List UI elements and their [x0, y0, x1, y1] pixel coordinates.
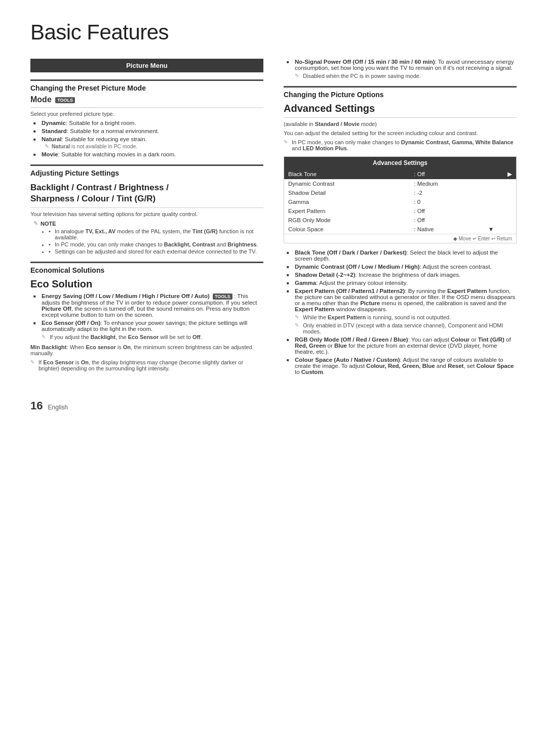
advanced-settings-title: Advanced Settings — [284, 103, 517, 114]
adv-row-gamma: Gamma : 0 — [284, 197, 516, 206]
adv-row-expert-pattern: Expert Pattern : Off — [284, 206, 516, 216]
adv-label-gamma: Gamma — [284, 197, 410, 206]
adv-value-shadow-detail: : -2 — [410, 188, 484, 197]
picture-menu-header: Picture Menu — [30, 59, 263, 72]
adv-bullet-shadow-detail: Shadow Detail (-2~+2): Increase the brig… — [287, 272, 517, 278]
min-backlight-text: Min Backlight: When Eco sensor is On, th… — [30, 344, 263, 356]
adv-label-dynamic-contrast: Dynamic Contrast — [284, 179, 410, 188]
adv-bullet-colour-space: Colour Space (Auto / Native / Custom): A… — [287, 357, 517, 375]
mode-item-dynamic: Dynamic: Suitable for a bright room. — [33, 120, 263, 126]
right-column: No-Signal Power Off (Off / 15 min / 30 m… — [284, 59, 517, 379]
note-block: NOTE In analogue TV, Ext., AV modes of t… — [33, 220, 263, 255]
note-item-2: In PC mode, you can only make changes to… — [49, 241, 263, 247]
adv-label-rgb-only: RGB Only Mode — [284, 216, 410, 225]
tools-badge: TOOLS — [55, 97, 75, 103]
section-adjusting: Adjusting Picture Settings — [30, 164, 263, 177]
adv-row-shadow-detail: Shadow Detail : -2 — [284, 188, 516, 197]
adv-bullet-expert-pattern: Expert Pattern (Off / Pattern1 / Pattern… — [287, 288, 517, 334]
mode-list: Dynamic: Suitable for a bright room. Sta… — [30, 120, 263, 157]
section-changing-preset: Changing the Preset Picture Mode — [30, 79, 263, 92]
adv-bullet-rgb-only: RGB Only Mode (Off / Red / Green / Blue)… — [287, 337, 517, 355]
tools-badge-eco: TOOLS — [213, 293, 232, 300]
no-signal-list: No-Signal Power Off (Off / 15 min / 30 m… — [284, 59, 517, 79]
page-number-block: 16 English — [30, 399, 517, 412]
left-column: Picture Menu Changing the Preset Picture… — [30, 59, 263, 379]
section-economical: Economical Solutions — [30, 262, 263, 274]
eco-list: Energy Saving (Off / Low / Medium / High… — [30, 293, 263, 340]
expert-pattern-note-1: While the Expert Pattern is running, sou… — [295, 314, 517, 320]
backlight-title: Backlight / Contrast / Brightness /Sharp… — [30, 182, 263, 204]
adv-footer: ◆ Move ↵ Enter ↩ Return — [284, 234, 516, 243]
adv-bullet-black-tone: Black Tone (Off / Dark / Darker / Darkes… — [287, 249, 517, 262]
adv-label-colour-space: Colour Space — [284, 225, 410, 234]
adv-value-rgb-only: : Off — [410, 216, 484, 225]
advanced-desc: You can adjust the detailed setting for … — [284, 130, 517, 136]
expert-pattern-note-2: Only enabled in DTV (except with a data … — [295, 322, 517, 334]
eco-item-sensor: Eco Sensor (Off / On): To enhance your p… — [33, 320, 263, 340]
advanced-settings-table: Black Tone : Off ▶ Dynamic Contrast : Me… — [284, 169, 516, 234]
no-signal-item: No-Signal Power Off (Off / 15 min / 30 m… — [287, 59, 517, 79]
mode-description: Select your preferred picture type. — [30, 111, 263, 117]
adv-value-dynamic-contrast: : Medium — [410, 179, 484, 188]
section-picture-options: Changing the Picture Options — [284, 86, 517, 99]
mode-item-movie: Movie: Suitable for watching movies in a… — [33, 151, 263, 157]
backlight-desc: Your television has several setting opti… — [30, 211, 263, 217]
adv-value-expert-pattern: : Off — [410, 206, 484, 216]
adv-label-shadow-detail: Shadow Detail — [284, 188, 410, 197]
mode-item-natural: Natural: Suitable for reducing eye strai… — [33, 136, 263, 149]
eco-on-note: If Eco Sensor is On, the display brightn… — [30, 359, 263, 371]
eco-sensor-note: If you adjust the Backlight, the Eco Sen… — [42, 334, 263, 340]
page-number: 16 — [30, 399, 43, 412]
adv-label-expert-pattern: Expert Pattern — [284, 206, 410, 216]
adv-value-black-tone: : Off — [410, 169, 484, 179]
adv-bullet-dynamic-contrast: Dynamic Contrast (Off / Low / Medium / H… — [287, 264, 517, 270]
no-signal-note: Disabled when the PC is in power saving … — [295, 73, 517, 79]
adv-bullet-gamma: Gamma: Adjust the primary colour intensi… — [287, 280, 517, 286]
advanced-bullet-list: Black Tone (Off / Dark / Darker / Darkes… — [284, 249, 517, 375]
adv-row-black-tone: Black Tone : Off ▶ — [284, 169, 516, 179]
adv-label-black-tone: Black Tone — [284, 169, 410, 179]
mode-item-standard: Standard: Suitable for a normal environm… — [33, 128, 263, 134]
adv-row-colour-space: Colour Space : Native ▼ — [284, 225, 516, 234]
adv-row-rgb-only: RGB Only Mode : Off — [284, 216, 516, 225]
advanced-pc-note: In PC mode, you can only make changes to… — [284, 139, 517, 151]
note-item-3: Settings can be adjusted and stored for … — [49, 248, 263, 255]
eco-item-energy: Energy Saving (Off / Low / Medium / High… — [33, 293, 263, 318]
adv-value-colour-space: : Native — [410, 225, 484, 234]
advanced-available: (available in Standard / Movie mode) — [284, 121, 517, 127]
advanced-settings-box: Advanced Settings Black Tone : Off ▶ Dyn… — [284, 156, 517, 243]
mode-heading: Mode TOOLS — [30, 95, 263, 104]
natural-note: Natural is not available in PC mode. — [52, 143, 263, 149]
eco-solution-title: Eco Solution — [30, 278, 263, 290]
page-number-label: English — [48, 404, 68, 411]
note-list: In analogue TV, Ext., AV modes of the PA… — [41, 228, 263, 255]
note-item-1: In analogue TV, Ext., AV modes of the PA… — [49, 228, 263, 240]
adv-row-dynamic-contrast: Dynamic Contrast : Medium — [284, 179, 516, 188]
adv-arrow-black-tone: ▶ — [484, 169, 516, 179]
adv-value-gamma: : 0 — [410, 197, 484, 206]
page-title: Basic Features — [30, 20, 517, 45]
advanced-settings-box-header: Advanced Settings — [284, 157, 516, 169]
